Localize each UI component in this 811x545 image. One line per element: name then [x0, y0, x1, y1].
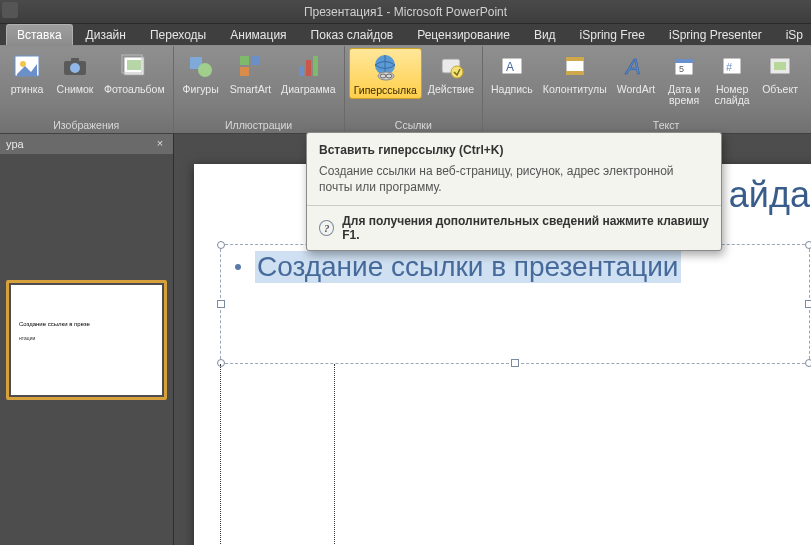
body-placeholder[interactable]: Создание ссылки в презентации: [220, 244, 810, 364]
svg-rect-15: [313, 56, 318, 76]
group-links-label: Ссылки: [349, 118, 478, 132]
svg-rect-14: [306, 60, 311, 76]
panel-close-icon[interactable]: ×: [153, 137, 167, 151]
quick-access-toolbar: [2, 2, 20, 18]
svg-rect-3: [71, 58, 79, 62]
bullet-icon: [235, 264, 241, 270]
number-icon: #: [716, 50, 748, 82]
tooltip-help: ? Для получения дополнительных сведений …: [307, 205, 721, 250]
tab-slideshow[interactable]: Показ слайдов: [300, 24, 405, 45]
group-text: A Надпись Колонтитулы A WordArt 5: [483, 46, 811, 133]
textbox-icon: A: [496, 50, 528, 82]
tooltip-body: Создание ссылки на веб-страницу, рисунок…: [307, 163, 721, 205]
object-button[interactable]: Объект: [757, 48, 803, 97]
tab-design[interactable]: Дизайн: [75, 24, 137, 45]
group-links: Гиперссылка Действие Ссылки: [345, 46, 483, 133]
resize-handle[interactable]: [217, 359, 225, 367]
resize-handle[interactable]: [805, 359, 811, 367]
action-button[interactable]: Действие: [424, 48, 478, 97]
tab-view[interactable]: Вид: [523, 24, 567, 45]
wordart-button[interactable]: A WordArt: [613, 48, 659, 97]
ribbon-tabs: Вставка Дизайн Переходы Анимация Показ с…: [0, 24, 811, 46]
camera-icon: [59, 50, 91, 82]
slide-thumbnail-1[interactable]: Создание ссылки в презе нтации: [6, 280, 167, 400]
photoalbum-button[interactable]: Фотоальбом: [100, 48, 169, 97]
svg-text:5: 5: [679, 64, 684, 74]
group-illustrations-label: Иллюстрации: [178, 118, 340, 132]
globe-link-icon: [369, 51, 401, 83]
slidenumber-button[interactable]: # Номерслайда: [709, 48, 755, 108]
tab-ispring-presenter[interactable]: iSpring Presenter: [658, 24, 773, 45]
tab-transitions[interactable]: Переходы: [139, 24, 217, 45]
resize-handle[interactable]: [805, 300, 811, 308]
tab-insert[interactable]: Вставка: [6, 24, 73, 45]
resize-handle[interactable]: [217, 300, 225, 308]
bullet-text[interactable]: Создание ссылки в презентации: [255, 251, 681, 283]
svg-rect-29: [675, 59, 693, 63]
svg-point-4: [70, 63, 80, 73]
group-images-label: Изображения: [4, 118, 169, 132]
svg-text:A: A: [506, 60, 514, 74]
slides-panel: ура × Создание ссылки в презе нтации: [0, 134, 174, 545]
thumbnail-list[interactable]: Создание ссылки в презе нтации: [0, 154, 173, 545]
datetime-button[interactable]: 5 Дата ивремя: [661, 48, 707, 108]
svg-rect-6: [127, 60, 141, 70]
qat-dropdown-icon[interactable]: [2, 2, 18, 18]
svg-rect-11: [251, 56, 260, 65]
picture-icon: [11, 50, 43, 82]
tab-review[interactable]: Рецензирование: [406, 24, 521, 45]
titlebar: Презентация1 - Microsoft PowerPoint: [0, 0, 811, 24]
panel-tab-outline[interactable]: ура: [6, 138, 24, 150]
tab-ispring-cut[interactable]: iSp: [775, 24, 811, 45]
resize-handle[interactable]: [511, 359, 519, 367]
svg-rect-10: [240, 56, 249, 65]
svg-point-1: [20, 61, 26, 67]
svg-text:#: #: [726, 61, 733, 73]
help-icon: ?: [319, 220, 334, 236]
svg-rect-13: [299, 66, 304, 76]
svg-rect-25: [566, 57, 584, 61]
svg-point-9: [198, 63, 212, 77]
svg-rect-34: [774, 62, 786, 70]
tab-animation[interactable]: Анимация: [219, 24, 297, 45]
shapes-icon: [185, 50, 217, 82]
smartart-button[interactable]: SmartArt: [226, 48, 275, 97]
shapes-button[interactable]: Фигуры: [178, 48, 224, 97]
tooltip-title: Вставить гиперссылку (Ctrl+K): [307, 133, 721, 163]
formula-button[interactable]: π Форм: [805, 48, 811, 97]
svg-point-21: [451, 66, 463, 78]
svg-rect-26: [566, 71, 584, 75]
guide-line: [220, 364, 221, 545]
group-images: ртинка Снимок Фотоальбом Изображения: [0, 46, 174, 133]
hyperlink-button[interactable]: Гиперссылка: [349, 48, 422, 99]
action-icon: [435, 50, 467, 82]
headerfooter-button[interactable]: Колонтитулы: [539, 48, 611, 97]
picture-button[interactable]: ртинка: [4, 48, 50, 97]
smartart-icon: [234, 50, 266, 82]
group-text-label: Текст: [487, 118, 811, 132]
chart-icon: [292, 50, 324, 82]
hyperlink-tooltip: Вставить гиперссылку (Ctrl+K) Создание с…: [306, 132, 722, 251]
window-title: Презентация1 - Microsoft PowerPoint: [304, 5, 507, 19]
headerfooter-icon: [559, 50, 591, 82]
album-icon: [118, 50, 150, 82]
chart-button[interactable]: Диаграмма: [277, 48, 340, 97]
ribbon: ртинка Снимок Фотоальбом Изображения: [0, 46, 811, 134]
svg-text:A: A: [624, 54, 641, 79]
resize-handle[interactable]: [805, 241, 811, 249]
wordart-icon: A: [620, 50, 652, 82]
object-icon: [764, 50, 796, 82]
svg-rect-12: [240, 67, 249, 76]
resize-handle[interactable]: [217, 241, 225, 249]
textbox-button[interactable]: A Надпись: [487, 48, 537, 97]
guide-line: [334, 364, 335, 545]
panel-tabs: ура ×: [0, 134, 173, 154]
tab-ispring-free[interactable]: iSpring Free: [569, 24, 656, 45]
calendar-icon: 5: [668, 50, 700, 82]
bullet-item[interactable]: Создание ссылки в презентации: [221, 245, 809, 289]
screenshot-button[interactable]: Снимок: [52, 48, 98, 97]
group-illustrations: Фигуры SmartArt Диаграмма Иллюстрации: [174, 46, 345, 133]
